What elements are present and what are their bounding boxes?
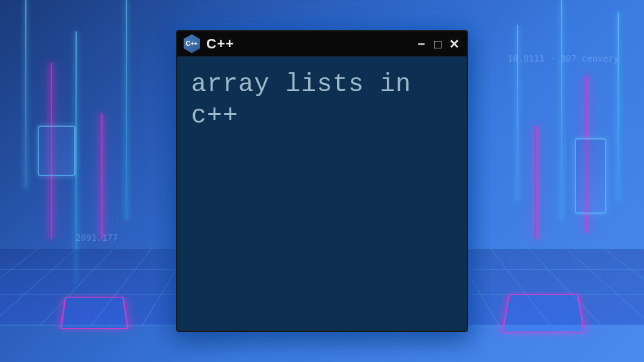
bg-decorative-text: 10.0111 · 307 cenvery (508, 53, 619, 63)
terminal-content: array lists in c++ (191, 69, 453, 132)
minimize-button[interactable]: − (415, 38, 428, 50)
bg-decorative-text: 2091.177 (75, 233, 118, 243)
terminal-body: array lists in c++ (177, 57, 467, 331)
title-bar[interactable]: C++ C++ − □ ✕ (177, 31, 467, 57)
maximize-button[interactable]: □ (431, 38, 444, 50)
terminal-window: C++ C++ − □ ✕ array lists in c++ (176, 30, 468, 332)
close-button[interactable]: ✕ (448, 38, 460, 50)
cpp-icon: C++ (184, 35, 200, 53)
window-controls: − □ ✕ (415, 38, 460, 50)
window-title: C++ (206, 36, 235, 52)
